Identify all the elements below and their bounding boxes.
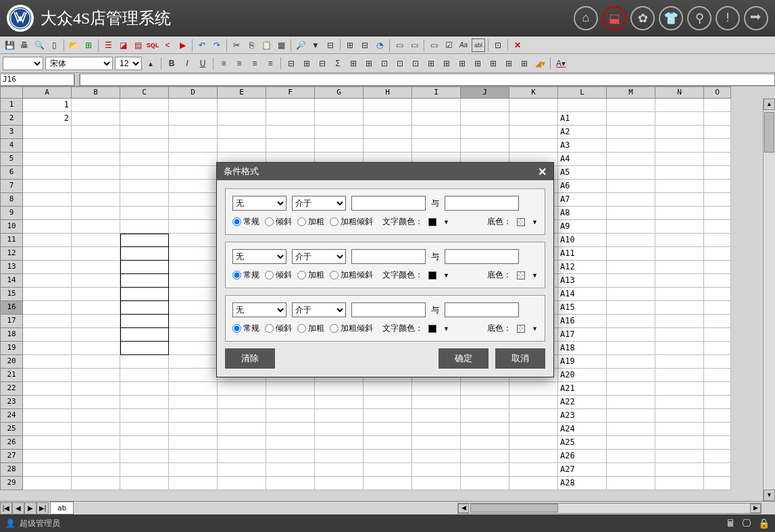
cell[interactable] [655,396,704,409]
row-header[interactable]: 15 [0,288,23,301]
cell[interactable]: A21 [558,382,607,396]
style-combo[interactable] [3,57,43,70]
border5-icon[interactable]: ⊡ [409,57,422,70]
cell[interactable] [412,112,461,126]
cell[interactable] [704,166,731,180]
style-bold-radio[interactable]: 加粗 [297,269,324,281]
print-icon[interactable]: 🖶 [18,38,31,52]
cell[interactable] [120,207,169,220]
condition-value2-input[interactable] [445,249,519,264]
cell[interactable] [655,328,704,342]
scroll-down-icon[interactable]: ▼ [764,489,775,501]
scroll-up-icon[interactable]: ▲ [764,99,775,110]
excel-icon[interactable]: ⊞ [82,38,95,52]
column-header-C[interactable]: C [120,86,169,99]
cell[interactable] [704,355,731,369]
aa-icon[interactable]: Aa [457,38,470,52]
cell[interactable] [23,220,72,234]
cell[interactable] [23,261,72,274]
cell[interactable] [72,369,120,382]
style-italic-radio[interactable]: 倾斜 [265,323,292,334]
cell[interactable] [72,342,120,355]
cell[interactable] [607,247,655,261]
cell[interactable] [169,274,218,288]
cell[interactable]: A25 [558,436,607,450]
align-right-icon[interactable]: ≡ [248,57,261,70]
bg-color-swatch[interactable] [517,271,525,280]
cell[interactable] [607,193,655,207]
border1-icon[interactable]: ⊞ [347,57,360,70]
cell[interactable] [23,436,72,450]
cell[interactable] [655,180,704,193]
cell[interactable] [23,315,72,328]
cell[interactable] [364,382,412,396]
settings-icon[interactable]: ✿ [630,6,655,30]
group-icon[interactable]: ⊞ [343,38,357,52]
cell[interactable] [169,436,218,450]
cell[interactable] [218,477,266,490]
cell[interactable] [266,396,315,409]
scroll-thumb[interactable] [764,112,774,153]
paste-icon[interactable]: 📋 [259,38,273,52]
cell[interactable] [655,301,704,315]
cell[interactable] [169,139,218,153]
bold-icon[interactable]: B [165,57,178,70]
condition-value1-input[interactable] [351,302,426,317]
cell[interactable] [120,180,169,193]
cell[interactable] [607,463,655,477]
lock-icon[interactable]: 🔒 [758,518,770,529]
cell[interactable] [315,436,364,450]
cell[interactable] [607,450,655,463]
cell[interactable] [461,436,509,450]
cell[interactable] [655,193,704,207]
cell[interactable] [509,477,558,490]
clear-button[interactable]: 清除 [225,348,275,369]
border8-icon[interactable]: ⊞ [455,57,469,70]
cell[interactable] [461,409,509,423]
cell[interactable] [266,423,315,436]
border2-icon[interactable]: ⊞ [362,57,376,70]
text-color-swatch[interactable] [428,325,436,333]
cell[interactable] [509,112,558,126]
condition-type-select[interactable]: 无 [232,196,286,211]
cell[interactable] [23,288,72,301]
cell[interactable] [120,126,169,139]
cell[interactable] [72,423,120,436]
cell[interactable] [120,477,169,490]
cell[interactable] [23,409,72,423]
cell[interactable] [655,315,704,328]
row-header[interactable]: 10 [0,220,23,234]
dialog-title-bar[interactable]: 条件格式 ✕ [217,163,553,180]
font-combo[interactable]: 宋体 [45,57,113,70]
cell[interactable]: A4 [558,153,607,166]
row-header[interactable]: 3 [0,126,23,139]
cell[interactable] [461,463,509,477]
cell[interactable] [607,166,655,180]
cell[interactable] [509,450,558,463]
cell[interactable] [266,463,315,477]
cell[interactable] [509,423,558,436]
cell[interactable] [315,382,364,396]
column-header-E[interactable]: E [218,86,266,99]
cell[interactable]: A11 [558,247,607,261]
cell[interactable]: A1 [558,112,607,126]
cell[interactable] [704,288,731,301]
cell[interactable] [23,423,72,436]
border7-icon[interactable]: ⊞ [440,57,453,70]
border12-icon[interactable]: ⊞ [518,57,531,70]
home-icon[interactable]: ⌂ [574,6,598,30]
cell[interactable] [120,99,169,112]
cell[interactable] [655,288,704,301]
cell[interactable] [412,463,461,477]
cell[interactable] [655,207,704,220]
cell[interactable] [120,247,169,261]
cell[interactable] [704,463,731,477]
row-header[interactable]: 21 [0,369,23,382]
cell[interactable] [655,220,704,234]
cell[interactable] [655,436,704,450]
cell[interactable] [655,261,704,274]
style-bolditalic-radio[interactable]: 加粗倾斜 [330,216,373,228]
bg-color-swatch[interactable] [517,325,525,333]
cell[interactable] [23,153,72,166]
cell[interactable] [72,436,120,450]
